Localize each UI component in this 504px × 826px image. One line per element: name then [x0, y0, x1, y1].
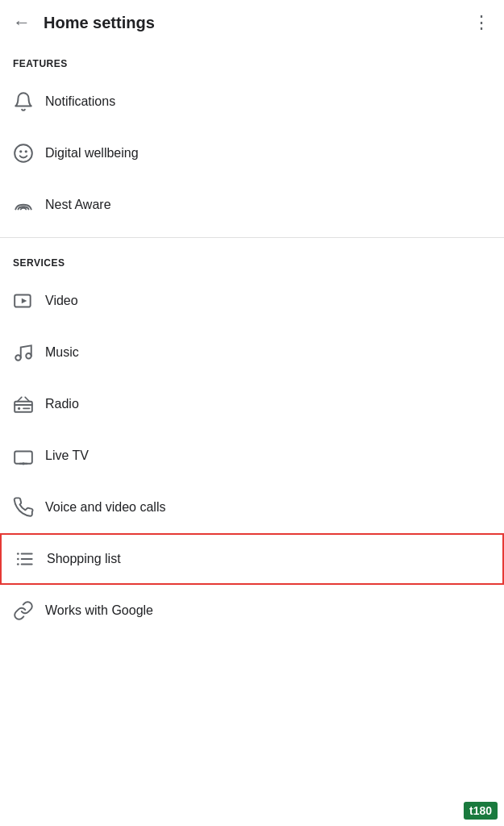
page-title: Home settings	[44, 14, 473, 32]
notifications-label: Notifications	[45, 94, 115, 109]
svg-marker-4	[22, 298, 27, 304]
svg-point-6	[26, 353, 31, 359]
app-header: ← Home settings ⋮	[0, 0, 504, 45]
svg-point-1	[19, 150, 22, 152]
live-tv-item[interactable]: Live TV	[0, 430, 504, 482]
digital-wellbeing-label: Digital wellbeing	[45, 146, 139, 161]
bell-icon	[13, 91, 45, 112]
watermark: t180	[464, 802, 498, 820]
nest-aware-label: Nest Aware	[45, 198, 111, 212]
services-section-label: SERVICES	[0, 244, 504, 275]
svg-point-0	[15, 144, 32, 162]
video-icon	[13, 290, 45, 311]
services-section: SERVICES Video Music	[0, 244, 504, 636]
section-divider	[0, 237, 504, 238]
features-section-label: FEATURES	[0, 45, 504, 76]
works-with-google-label: Works with Google	[45, 603, 153, 618]
shopping-list-label: Shopping list	[47, 552, 121, 566]
notifications-item[interactable]: Notifications	[0, 76, 504, 127]
voice-video-calls-item[interactable]: Voice and video calls	[0, 482, 504, 533]
wellbeing-icon	[13, 143, 45, 164]
more-options-button[interactable]: ⋮	[473, 14, 491, 31]
video-label: Video	[45, 294, 78, 308]
list-icon	[15, 549, 47, 569]
svg-point-5	[15, 355, 21, 361]
digital-wellbeing-item[interactable]: Digital wellbeing	[0, 127, 504, 179]
svg-point-9	[18, 407, 20, 410]
radio-label: Radio	[45, 397, 79, 411]
svg-rect-11	[15, 452, 32, 464]
phone-icon	[13, 497, 45, 518]
features-section: FEATURES Notifications Digital wellbeing	[0, 45, 504, 231]
live-tv-label: Live TV	[45, 448, 89, 463]
link-icon	[13, 600, 45, 621]
nest-icon	[13, 194, 45, 215]
radio-item[interactable]: Radio	[0, 378, 504, 430]
music-label: Music	[45, 345, 79, 360]
music-icon	[13, 342, 45, 363]
voice-video-calls-label: Voice and video calls	[45, 500, 165, 515]
back-button[interactable]: ←	[13, 14, 31, 31]
radio-icon	[13, 394, 45, 415]
video-item[interactable]: Video	[0, 275, 504, 327]
svg-point-2	[25, 150, 27, 152]
nest-aware-item[interactable]: Nest Aware	[0, 179, 504, 231]
shopping-list-item[interactable]: Shopping list	[0, 533, 504, 585]
works-with-google-item[interactable]: Works with Google	[0, 585, 504, 636]
music-item[interactable]: Music	[0, 327, 504, 378]
tv-icon	[13, 445, 45, 466]
svg-rect-7	[15, 402, 32, 412]
